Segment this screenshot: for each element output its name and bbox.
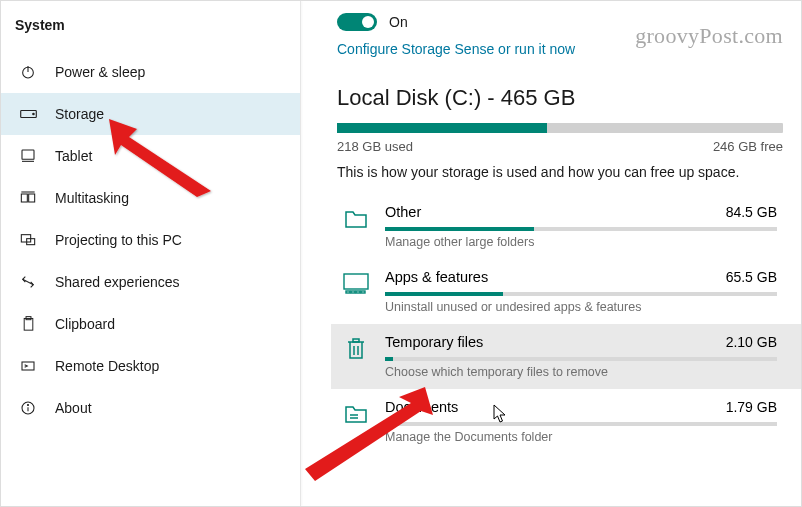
sidebar-item-label: Clipboard <box>55 316 115 332</box>
disk-free-label: 246 GB free <box>713 139 783 154</box>
category-size: 65.5 GB <box>726 269 777 285</box>
svg-rect-7 <box>29 194 35 202</box>
svg-rect-22 <box>361 291 365 293</box>
svg-rect-21 <box>356 291 360 293</box>
watermark: groovyPost.com <box>635 23 783 49</box>
category-bar <box>385 422 777 426</box>
svg-rect-6 <box>21 194 27 202</box>
sidebar-item-label: Power & sleep <box>55 64 145 80</box>
sidebar-item-multitasking[interactable]: Multitasking <box>1 177 300 219</box>
category-documents[interactable]: Documents 1.79 GB Manage the Documents f… <box>337 389 783 454</box>
storage-description: This is how your storage is used and how… <box>337 164 783 180</box>
main-panel: On Configure Storage Sense or run it now… <box>301 1 801 506</box>
category-subtext: Choose which temporary files to remove <box>385 365 777 379</box>
sidebar-item-remote-desktop[interactable]: Remote Desktop <box>1 345 300 387</box>
folder-icon <box>343 206 369 232</box>
category-apps-features[interactable]: Apps & features 65.5 GB Uninstall unused… <box>337 259 783 324</box>
svg-rect-18 <box>344 274 368 289</box>
svg-line-11 <box>23 279 34 284</box>
svg-point-3 <box>32 113 33 114</box>
category-bar <box>385 357 777 361</box>
apps-icon <box>343 271 369 297</box>
category-title: Temporary files <box>385 334 483 350</box>
category-bar <box>385 227 777 231</box>
remote-icon <box>19 357 37 375</box>
svg-point-17 <box>27 404 28 405</box>
sidebar-item-label: Multitasking <box>55 190 129 206</box>
sidebar-item-shared-experiences[interactable]: Shared experiences <box>1 261 300 303</box>
svg-rect-12 <box>24 318 33 330</box>
documents-icon <box>343 401 369 427</box>
sidebar-title: System <box>1 9 300 51</box>
sidebar-item-label: Storage <box>55 106 104 122</box>
sidebar-item-label: About <box>55 400 92 416</box>
power-icon <box>19 63 37 81</box>
link-icon <box>19 273 37 291</box>
sidebar-item-label: Projecting to this PC <box>55 232 182 248</box>
category-other[interactable]: Other 84.5 GB Manage other large folders <box>337 194 783 259</box>
category-size: 1.79 GB <box>726 399 777 415</box>
multitask-icon <box>19 189 37 207</box>
project-icon <box>19 231 37 249</box>
storage-sense-state: On <box>389 14 408 30</box>
sidebar-item-label: Remote Desktop <box>55 358 159 374</box>
trash-icon <box>343 336 369 362</box>
disk-title: Local Disk (C:) - 465 GB <box>337 85 783 111</box>
sidebar-item-storage[interactable]: Storage <box>1 93 300 135</box>
disk-used-label: 218 GB used <box>337 139 413 154</box>
category-size: 84.5 GB <box>726 204 777 220</box>
svg-rect-19 <box>346 291 350 293</box>
category-subtext: Uninstall unused or undesired apps & fea… <box>385 300 777 314</box>
category-temporary-files[interactable]: Temporary files 2.10 GB Choose which tem… <box>331 324 801 389</box>
svg-rect-4 <box>22 150 34 159</box>
sidebar-item-label: Shared experiences <box>55 274 180 290</box>
sidebar: System Power & sleep Storage Tablet Mult… <box>1 1 301 506</box>
sidebar-item-projecting[interactable]: Projecting to this PC <box>1 219 300 261</box>
drive-icon <box>19 105 37 123</box>
sidebar-item-tablet[interactable]: Tablet <box>1 135 300 177</box>
svg-rect-20 <box>351 291 355 293</box>
category-subtext: Manage other large folders <box>385 235 777 249</box>
sidebar-item-clipboard[interactable]: Clipboard <box>1 303 300 345</box>
disk-usage-bar <box>337 123 783 133</box>
sidebar-item-power-sleep[interactable]: Power & sleep <box>1 51 300 93</box>
info-icon <box>19 399 37 417</box>
category-title: Other <box>385 204 421 220</box>
category-subtext: Manage the Documents folder <box>385 430 777 444</box>
category-bar <box>385 292 777 296</box>
storage-sense-toggle[interactable] <box>337 13 377 31</box>
category-size: 2.10 GB <box>726 334 777 350</box>
sidebar-item-label: Tablet <box>55 148 92 164</box>
category-title: Documents <box>385 399 458 415</box>
disk-usage-fill <box>337 123 547 133</box>
category-title: Apps & features <box>385 269 488 285</box>
sidebar-item-about[interactable]: About <box>1 387 300 429</box>
tablet-icon <box>19 147 37 165</box>
clipboard-icon <box>19 315 37 333</box>
